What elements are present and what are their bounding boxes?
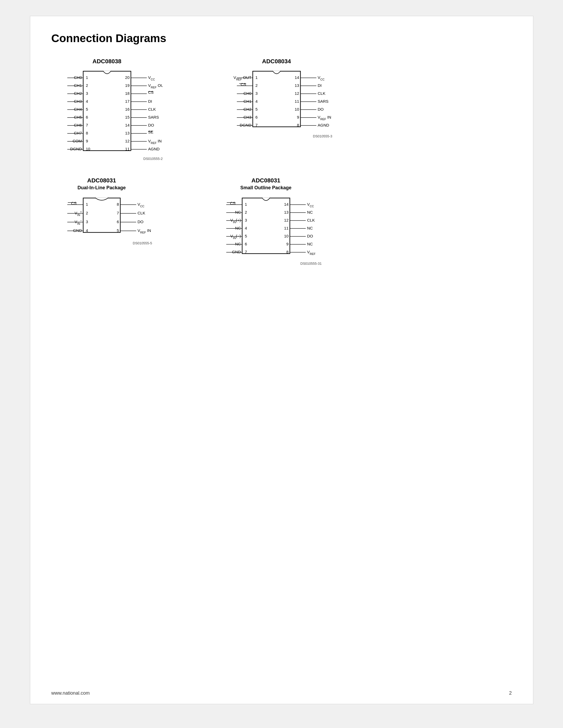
svg-text:6: 6 (255, 115, 257, 119)
svg-text:DS010555-3: DS010555-3 (313, 134, 332, 138)
svg-text:VCC: VCC (148, 75, 155, 81)
adc08031-dil-subtitle: Dual-In-Line Package (77, 185, 126, 191)
svg-text:2: 2 (86, 83, 88, 88)
adc08034-block: ADC08034 VREF OUT 1 CS 2 (221, 58, 332, 140)
svg-text:7: 7 (86, 123, 88, 127)
svg-text:20: 20 (125, 75, 129, 80)
svg-text:NC: NC (235, 210, 241, 214)
adc08031-so-svg: CS 1 NC 2 VIN(+) 3 NC 4 (210, 193, 322, 267)
svg-text:VIN(+): VIN(+) (230, 218, 241, 224)
svg-text:11: 11 (125, 147, 129, 151)
svg-rect-64 (253, 71, 301, 127)
svg-text:8: 8 (286, 250, 288, 254)
svg-text:2: 2 (86, 211, 88, 215)
svg-text:NC: NC (307, 226, 313, 230)
footer: www.national.com 2 (51, 690, 512, 696)
svg-text:DGND: DGND (70, 147, 82, 151)
svg-text:3: 3 (86, 219, 88, 224)
svg-text:CH4: CH4 (74, 107, 82, 111)
svg-text:CH5: CH5 (74, 115, 82, 119)
svg-text:NC: NC (307, 242, 313, 246)
svg-text:3: 3 (86, 91, 88, 96)
svg-text:CH3: CH3 (74, 99, 82, 104)
svg-text:VREF: VREF (307, 250, 316, 255)
svg-text:5: 5 (255, 107, 257, 111)
svg-text:CH1: CH1 (74, 83, 82, 88)
svg-text:7: 7 (255, 123, 257, 127)
adc08038-block: ADC08038 CH0 1 CH1 2 (51, 58, 163, 161)
svg-text:CH1: CH1 (243, 99, 251, 104)
svg-text:1: 1 (255, 75, 257, 80)
svg-rect-109 (83, 198, 120, 232)
svg-text:6: 6 (86, 115, 88, 119)
svg-text:9: 9 (297, 115, 299, 119)
diagram-row-2: ADC08031 Dual-In-Line Package CS 1 VIN+ (51, 177, 512, 267)
svg-text:13: 13 (295, 83, 299, 88)
svg-text:8: 8 (86, 131, 88, 135)
svg-text:12: 12 (295, 91, 299, 96)
svg-text:4: 4 (255, 99, 257, 104)
adc08031-dil-block: ADC08031 Dual-In-Line Package CS 1 VIN+ (51, 177, 152, 246)
svg-text:DO: DO (137, 219, 144, 224)
svg-text:11: 11 (295, 99, 299, 104)
svg-text:1: 1 (245, 202, 247, 206)
svg-text:12: 12 (284, 218, 289, 222)
svg-text:18: 18 (125, 91, 129, 96)
svg-text:VCC: VCC (307, 202, 314, 208)
svg-text:CH3: CH3 (243, 115, 251, 119)
svg-text:10: 10 (86, 147, 90, 151)
svg-text:CH0: CH0 (74, 75, 82, 80)
svg-text:AGND: AGND (318, 123, 329, 127)
svg-text:CH2: CH2 (74, 91, 82, 96)
adc08031-dil-svg: CS 1 VIN+ 2 VIN− 3 GND 4 (51, 193, 152, 246)
svg-text:VREF OUT: VREF OUT (148, 83, 163, 89)
svg-rect-0 (83, 71, 131, 151)
svg-text:9: 9 (86, 139, 88, 143)
svg-text:4: 4 (86, 228, 88, 233)
adc08038-title: ADC08038 (92, 58, 121, 65)
adc08038-svg: CH0 1 CH1 2 CH2 3 CH3 4 (51, 66, 163, 161)
svg-text:CS: CS (71, 201, 77, 205)
svg-text:12: 12 (125, 139, 129, 143)
svg-text:VCC: VCC (137, 202, 144, 208)
svg-text:CLK: CLK (307, 218, 315, 222)
svg-text:CS: CS (230, 201, 235, 205)
svg-text:4: 4 (86, 99, 88, 104)
svg-text:NC: NC (235, 226, 241, 230)
svg-text:7: 7 (245, 250, 247, 254)
svg-text:10: 10 (295, 107, 299, 111)
svg-text:VREF OUT: VREF OUT (233, 75, 251, 81)
svg-text:SE: SE (148, 130, 153, 134)
svg-text:CH0: CH0 (243, 91, 251, 96)
svg-text:NC: NC (307, 210, 313, 214)
svg-text:6: 6 (117, 219, 119, 224)
svg-text:CLK: CLK (318, 91, 325, 96)
svg-text:CS: CS (240, 82, 246, 87)
footer-page: 2 (509, 690, 512, 696)
svg-text:16: 16 (125, 107, 129, 111)
adc08034-title: ADC08034 (262, 58, 291, 65)
diagrams-area: ADC08038 CH0 1 CH1 2 (51, 58, 512, 267)
svg-text:VREF IN: VREF IN (137, 228, 151, 234)
svg-text:CLK: CLK (137, 211, 145, 215)
svg-text:8: 8 (297, 123, 299, 127)
svg-text:14: 14 (295, 75, 299, 80)
svg-text:3: 3 (245, 218, 247, 222)
svg-text:5: 5 (117, 228, 119, 233)
svg-text:19: 19 (125, 83, 129, 88)
footer-url: www.national.com (51, 690, 90, 696)
svg-text:COM: COM (73, 139, 82, 143)
svg-rect-136 (242, 198, 290, 254)
svg-text:7: 7 (117, 211, 119, 215)
svg-text:SARS: SARS (318, 99, 329, 104)
svg-text:GND: GND (232, 250, 241, 254)
svg-text:5: 5 (245, 234, 247, 238)
svg-text:DS010555-31: DS010555-31 (300, 262, 322, 266)
adc08031-dil-title: ADC08031 (87, 177, 116, 184)
svg-text:1: 1 (86, 202, 88, 206)
adc08031-so-title: ADC08031 (251, 177, 280, 184)
adc08031-so-block: ADC08031 Small Outline Package CS 1 NC (210, 177, 322, 267)
svg-text:DS010555-2: DS010555-2 (143, 157, 163, 161)
svg-text:9: 9 (286, 242, 288, 246)
svg-text:VREF IN: VREF IN (148, 139, 162, 145)
